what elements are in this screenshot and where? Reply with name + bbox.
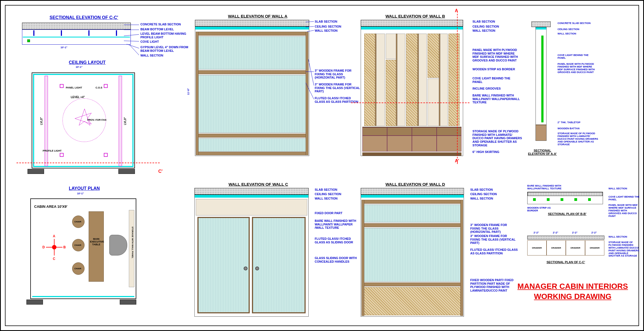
wc-n1: FIXED DOOR PART [315, 211, 343, 215]
aa-n7: STORAGE MADE OF PLYWOOD FINISHED WITH LA… [558, 132, 599, 146]
drawer-2: DRAWER [547, 240, 566, 255]
wc-ceil: CEILING SECTION [315, 192, 341, 196]
wall-c-panel [194, 195, 309, 317]
wb-n7: 6" HIGH SKIRTING [472, 150, 499, 154]
wb-n2: WOODEN STRIP AS BORDER [472, 68, 521, 71]
title-sec-bb: SECTIONAL PLAN OF B-B' [548, 212, 586, 216]
title-wall-d: WALL ELEVATION OF WALL D [385, 182, 445, 187]
aa-n3: COVE LIGHT BEHIND THE PANEL [558, 54, 591, 60]
bb-n3: PANEL MADE WITH MDF WHERE MDF SURFACE FI… [608, 204, 640, 217]
svg-line-15 [308, 59, 314, 85]
title-sec-cc-plan: SECTIONAL PLAN OF C-C' [547, 260, 585, 264]
compass-b: B [63, 245, 66, 249]
aa-n1: CEILING SECTION [558, 28, 579, 31]
drawer-1: DRAWER [527, 240, 547, 255]
wa-dim-h: 11'-0" [187, 88, 190, 95]
compass-a: A [53, 234, 55, 238]
wc-n3: FLUTED GLASS/ ITCHED GLASS AS SLIDING DO… [315, 237, 360, 244]
wall-a-panel [195, 26, 309, 156]
layout-plan: CABIN AREA 10'X9' MAIN EXECUTIVE TABLE C… [30, 198, 136, 299]
wall-b-slab [361, 20, 463, 26]
wd-slab: SLAB SECTION [470, 188, 493, 192]
wb-ceil: CEILING SECTION [472, 25, 499, 28]
wall-b-panel [361, 26, 463, 156]
sec-cc-wall [527, 236, 604, 239]
wb-n1: PANEL MADE WITH PLYWOOD FINISHED WITH MD… [472, 48, 521, 62]
wb-wall: WALL SECTION [472, 29, 495, 33]
wall-d-slab [361, 188, 464, 195]
sec-aa-slab [531, 21, 551, 27]
compass-c: C [53, 257, 55, 261]
storage-label: STORAGE WITH WALL PANEL [131, 227, 134, 259]
c-mark: C' [158, 169, 162, 174]
bb-n4: WOODEN STRIP AS BORDER [527, 207, 551, 212]
label-wall-sec: WALL SECTION [140, 54, 163, 57]
wd-n3: FLUTED GLASS/ ITCHED GLASS AS GLASS PART… [470, 248, 520, 255]
ceiling-plan: LEVEL +4" PROV. FOR FAN LVL0" LVL0" PANE… [32, 72, 135, 168]
wd-n1: 3" WOODEN FRAME FOR FIXING THE GLASS (HO… [470, 223, 517, 234]
drawer-3: DRAWER [566, 240, 585, 255]
wa-ceil-label: CEILING SECTION [315, 25, 341, 28]
compass-d: D [42, 245, 45, 249]
title-wall-b: WALL ELEVATION OF WALL B [385, 14, 445, 18]
wc-n4: GLASS SLIDING DOOR WITH CONCEALED HANDLE… [315, 256, 360, 263]
aa-n6: WOODEN BATTAN [558, 127, 580, 130]
label-gypsum: GYPSUM LEVEL 4" DOWN FROM BEAM BOTTOM LE… [140, 45, 190, 52]
ceiling-sec-cc [22, 29, 131, 45]
aa-n2: WALL SECTION [558, 33, 576, 35]
title-sec-aa: SECTIONAL ELEVATION OF A-A' [527, 149, 558, 155]
aa-n5: 2" THK. TABLETOP [558, 121, 580, 124]
ccp-n2: STORAGE MADE OF PLYWOOD FINISHED WITH LA… [608, 241, 640, 257]
title-wall-a: WALL ELEVATION OF WALL A [228, 14, 287, 18]
wall-b-sec-a [457, 11, 458, 164]
drawing-frame: SECTIONAL ELEVATION OF C-C' CONCRETE SLA… [5, 5, 639, 326]
cc-d4: 2'-2" [591, 232, 597, 234]
wb-n6: STORAGE MADE OF PLYWOOD FINISHED WITH LA… [472, 130, 523, 147]
lvl0-left: LVL0" [40, 117, 43, 125]
ccp-n1: WALL SECTION [608, 236, 627, 238]
dim-layout-top: 10'-1" [77, 192, 84, 195]
chair-2: CHAIR [74, 244, 81, 246]
wd-wall: WALL SECTION [470, 197, 493, 200]
cc-d3: 2'-2" [572, 232, 577, 234]
wb-n3: COVE LIGHT BEHIND THE PANEL [472, 77, 521, 84]
dim-cc-1: 10'-1" [61, 46, 67, 49]
sec-cc-drawers: DRAWER DRAWER DRAWER DRAWER [527, 240, 604, 255]
wa-slab-label: SLAB SECTION [315, 20, 337, 23]
sec-bb-body [527, 192, 603, 204]
wa-note2: 3" WOODEN FRAME FOR FIXING THE GLASS (VE… [315, 83, 360, 93]
a-mark: A [455, 8, 458, 13]
chair-1: CHAIR [74, 220, 81, 223]
wc-wall: WALL SECTION [315, 197, 338, 200]
bb-n1: WALL SECTION [608, 187, 627, 190]
slab-sec-cc [22, 23, 131, 29]
label-cove-light: COVE LIGHT [140, 40, 159, 44]
title-ceiling: CEILING LAYOUT [69, 60, 106, 65]
wall-b-sec-b [351, 103, 469, 103]
wc-n2: BARE WALL FINISHED WITH WALLPAINT/ WALLP… [315, 219, 360, 230]
wall-a-slab [195, 20, 309, 26]
cabin-area-label: CABIN AREA 10'X9' [34, 204, 67, 209]
aa-n4: PANEL MADE WITH PLYWOOD FINISHED WITH MD… [558, 63, 597, 74]
svg-line-4 [127, 44, 139, 48]
chair-3: CHAIR [74, 267, 81, 270]
title-sec-elev-cc: SECTIONAL ELEVATION OF C-C' [50, 15, 118, 20]
label-profile-light: LEVEL BEAM BOTTOM HAVING PROFILE LIGHT [140, 32, 190, 39]
label-concrete-slab: CONCRETE SLAB SECTION [140, 23, 181, 26]
wall-d-panel [361, 195, 464, 317]
aa-n0: CONCRETE SLAB SECTION [558, 22, 591, 25]
table-label: MAIN EXECUTIVE TABLE [90, 238, 102, 246]
dim-ceil-top: 10'-1" [76, 66, 82, 69]
bb-n2: COVE LIGHT BEHIND THE PANEL [608, 196, 640, 201]
cc-d1: 2'-2" [534, 232, 539, 234]
wb-n5: BARE WALL FINISHED WITH WALLPAINT/ WALLP… [472, 94, 521, 104]
wa-note1: 3" WOODEN FRAME FOR FIXING THE GLASS (HO… [315, 69, 360, 79]
ceiling-section-c [17, 163, 160, 163]
wall-c-slab [194, 188, 309, 195]
cos-label: C.O.S [96, 86, 102, 89]
title-layout: LAYOUT PLAN [69, 186, 100, 191]
title-wall-c: WALL ELEVATION OF WALL C [229, 182, 288, 187]
wb-n4: INCLINE GROOVES [472, 87, 521, 90]
wd-ceil: CEILING SECTION [470, 192, 497, 196]
wa-wall-label: WALL SECTION [315, 29, 338, 33]
